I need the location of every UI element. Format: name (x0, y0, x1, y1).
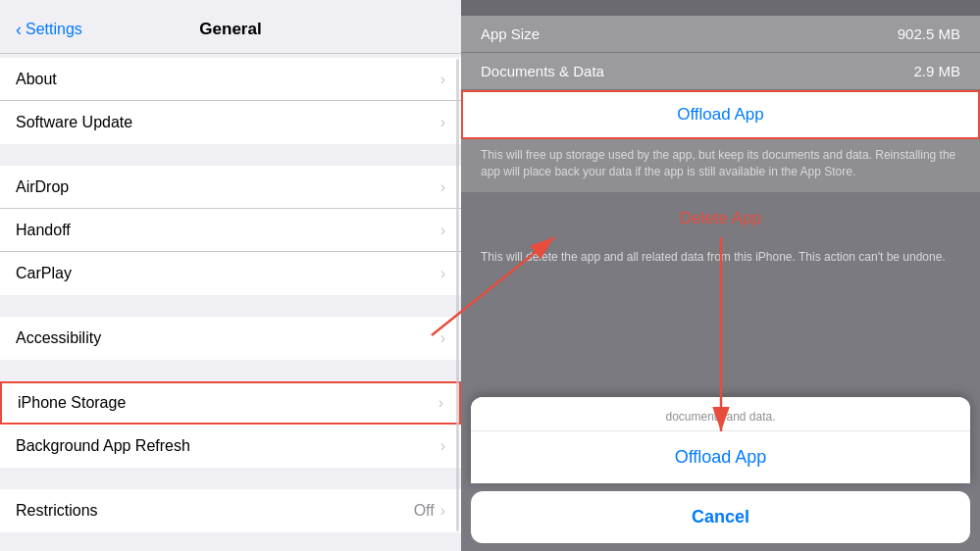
settings-row-software-update[interactable]: Software Update › (0, 101, 461, 144)
software-update-chevron-icon: › (440, 114, 445, 131)
iphone-storage-right: › (433, 394, 443, 412)
settings-row-carplay[interactable]: CarPlay › (0, 252, 461, 295)
docs-data-label: Documents & Data (481, 63, 604, 79)
gap-3 (0, 360, 461, 381)
accessibility-label: Accessibility (16, 329, 101, 347)
back-chevron-icon: ‹ (16, 21, 22, 38)
restrictions-right: Off › (414, 502, 445, 520)
offload-description: This will free up storage used by the ap… (461, 139, 980, 192)
accessibility-right: › (435, 329, 445, 347)
iphone-panel: App Size 902.5 MB Documents & Data 2.9 M… (461, 0, 980, 551)
action-sheet-offload-label: Offload App (675, 447, 767, 468)
gap-2 (0, 295, 461, 317)
action-sheet-header: documents and data. (471, 397, 970, 431)
docs-data-row: Documents & Data 2.9 MB (461, 53, 980, 90)
gap-1 (0, 144, 461, 166)
settings-title: General (199, 20, 261, 39)
iphone-storage-label: iPhone Storage (18, 394, 126, 412)
gap-5 (0, 532, 461, 551)
offload-button[interactable]: Offload App (463, 92, 978, 137)
back-label: Settings (26, 21, 82, 38)
settings-row-background-refresh[interactable]: Background App Refresh › (0, 425, 461, 468)
gap-4 (0, 468, 461, 489)
carplay-chevron-icon: › (440, 265, 445, 282)
action-sheet-subtitle: documents and data. (665, 410, 775, 424)
restrictions-value: Off (414, 502, 435, 520)
app-size-label: App Size (481, 25, 540, 42)
handoff-label: Handoff (16, 222, 71, 239)
airdrop-chevron-icon: › (440, 178, 445, 196)
offload-section: Offload App (461, 90, 980, 139)
accessibility-chevron-icon: › (440, 329, 445, 347)
settings-row-restrictions[interactable]: Restrictions Off › (0, 489, 461, 532)
delete-button[interactable]: Delete App (461, 196, 980, 241)
settings-row-about[interactable]: About › (0, 58, 461, 101)
action-sheet-cancel-label: Cancel (692, 507, 749, 527)
settings-panel: ‹ Settings General About › Software Upda… (0, 0, 461, 551)
settings-row-accessibility[interactable]: Accessibility › (0, 317, 461, 360)
iphone-bg: App Size 902.5 MB Documents & Data 2.9 M… (461, 0, 980, 551)
back-button[interactable]: ‹ Settings (16, 21, 82, 38)
airdrop-right: › (435, 178, 445, 196)
about-chevron-icon: › (440, 71, 445, 88)
section-about: About › Software Update › (0, 58, 461, 144)
settings-row-handoff[interactable]: Handoff › (0, 209, 461, 252)
restrictions-chevron-icon: › (440, 502, 445, 520)
action-sheet: documents and data. Offload App Cancel (461, 397, 980, 551)
section-airdrop: AirDrop › Handoff › CarPlay › (0, 166, 461, 295)
section-restrictions: Restrictions Off › (0, 489, 461, 532)
delete-section: Delete App This will delete the app and … (461, 192, 980, 277)
app-size-value: 902.5 MB (898, 25, 960, 42)
settings-row-iphone-storage[interactable]: iPhone Storage › (0, 381, 461, 425)
section-storage: iPhone Storage › Background App Refresh … (0, 381, 461, 468)
iphone-storage-chevron-icon: › (438, 394, 443, 412)
background-refresh-label: Background App Refresh (16, 437, 190, 455)
carplay-label: CarPlay (16, 265, 72, 282)
action-sheet-cancel-button[interactable]: Cancel (471, 491, 970, 543)
scrollbar[interactable] (456, 59, 459, 531)
restrictions-label: Restrictions (16, 502, 98, 520)
header-divider (0, 53, 461, 54)
app-size-row: App Size 902.5 MB (461, 16, 980, 53)
software-update-label: Software Update (16, 114, 132, 131)
section-accessibility: Accessibility › (0, 317, 461, 360)
docs-data-value: 2.9 MB (913, 63, 960, 79)
action-sheet-card: documents and data. Offload App (471, 397, 970, 483)
app-info-section: App Size 902.5 MB Documents & Data 2.9 M… (461, 0, 980, 90)
software-update-right: › (435, 114, 445, 131)
background-refresh-chevron-icon: › (440, 437, 445, 455)
settings-row-airdrop[interactable]: AirDrop › (0, 166, 461, 209)
delete-description: This will delete the app and all related… (461, 241, 980, 277)
main-container: ‹ Settings General About › Software Upda… (0, 0, 980, 551)
settings-header: ‹ Settings General (0, 20, 461, 49)
about-label: About (16, 71, 57, 88)
action-sheet-offload-button[interactable]: Offload App (471, 431, 970, 483)
offload-button-label: Offload App (677, 105, 764, 125)
handoff-chevron-icon: › (440, 222, 445, 239)
carplay-right: › (435, 265, 445, 282)
about-right: › (435, 71, 445, 88)
airdrop-label: AirDrop (16, 178, 69, 196)
handoff-right: › (435, 222, 445, 239)
delete-button-label: Delete App (680, 209, 761, 228)
background-refresh-right: › (435, 437, 445, 455)
